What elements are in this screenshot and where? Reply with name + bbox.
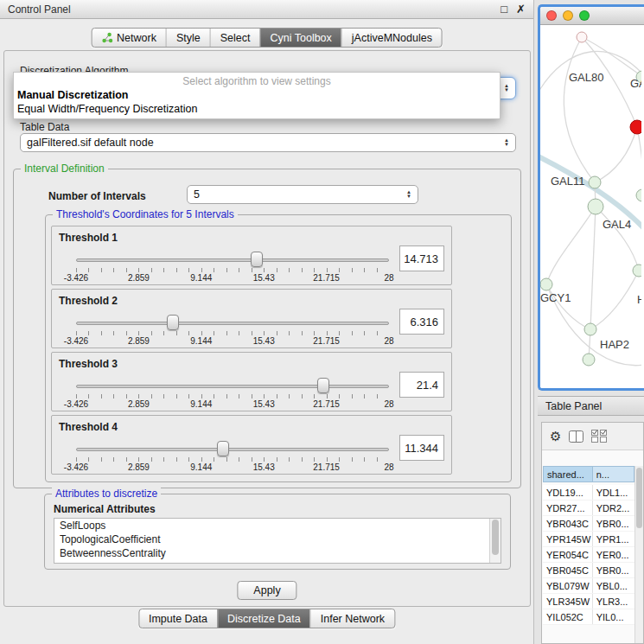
dropdown-option-equal-width-frequency[interactable]: Equal Width/Frequency Discretization <box>14 102 500 116</box>
network-edge[interactable] <box>582 37 641 75</box>
slider-thumb[interactable] <box>317 378 329 393</box>
table-scrollbar[interactable] <box>634 466 643 643</box>
slider-track[interactable] <box>76 258 389 262</box>
threshold-panel: Threshold 4 -3.4262.8599.14415.4321.7152… <box>51 415 452 475</box>
combobox-arrows-icon <box>406 190 411 199</box>
apply-button[interactable]: Apply <box>237 581 296 600</box>
threshold-slider[interactable]: -3.4262.8599.14415.4321.71528 <box>76 249 389 285</box>
tab-style[interactable]: Style <box>166 29 210 47</box>
slider-thumb[interactable] <box>251 252 263 267</box>
table-row[interactable]: YDR27...YDR2... <box>543 501 634 516</box>
network-node-bottom[interactable] <box>583 354 595 366</box>
slider-thumb[interactable] <box>167 315 179 330</box>
tab-cyni-toolbox[interactable]: Cyni Toolbox <box>259 29 341 47</box>
attributes-scrollbar-thumb[interactable] <box>492 520 499 555</box>
table-row[interactable]: YPR145WYPR1... <box>543 532 634 547</box>
threshold-slider[interactable]: -3.4262.8599.14415.4321.71528 <box>76 312 389 348</box>
close-window-icon[interactable]: ✗ <box>516 3 526 15</box>
table-panel-header[interactable]: Table Panel <box>538 396 644 416</box>
slider-track[interactable] <box>76 448 389 451</box>
control-panel-titlebar[interactable]: Control Panel □ ✗ <box>0 0 533 19</box>
threshold-slider[interactable]: -3.4262.8599.14415.4321.71528 <box>76 438 389 475</box>
table-row[interactable]: YIL052CYIL0... <box>543 609 634 625</box>
select-rows-checkboxes-icon[interactable] <box>591 430 608 443</box>
attribute-list-item[interactable]: SelfLoops <box>54 519 501 532</box>
tab-select[interactable]: Select <box>210 29 260 47</box>
table-cell: YIL052C <box>543 609 593 624</box>
network-node-gal11[interactable] <box>589 176 601 188</box>
tab-label: Style <box>176 32 201 44</box>
table-scrollbar-thumb[interactable] <box>636 468 642 528</box>
settings-gear-icon[interactable]: ⚙ <box>550 430 561 443</box>
threshold-value-field[interactable]: 6.316 <box>399 309 444 335</box>
node-label: GAL4 <box>603 218 631 231</box>
network-edge[interactable] <box>637 127 641 195</box>
slider-track[interactable] <box>76 322 389 325</box>
threshold-label: Threshold 3 <box>59 358 118 370</box>
table-row[interactable]: YER054CYER0... <box>543 547 634 563</box>
network-view-window: GAL80GAGAL11GAL4GCY1HHAP2 <box>538 4 644 391</box>
table-row[interactable]: YBL079WYBL0... <box>543 578 634 594</box>
network-edge[interactable] <box>546 207 596 284</box>
tick-label: 21.715 <box>313 336 340 346</box>
network-edge[interactable] <box>595 127 637 182</box>
network-node-pale-top[interactable] <box>577 32 587 42</box>
network-edge[interactable] <box>564 37 595 182</box>
slider-thumb[interactable] <box>217 441 229 456</box>
tab-infer-network[interactable]: Infer Network <box>310 609 394 628</box>
tab-jactivemnodules[interactable]: jActiveMNodules <box>341 29 442 47</box>
threshold-value-field[interactable]: 14.713 <box>399 245 444 271</box>
numerical-attributes-label: Numerical Attributes <box>54 503 156 515</box>
table-row[interactable]: YBR043CYBR0... <box>543 516 634 532</box>
table-row[interactable]: YLR345WYLR3... <box>543 594 634 609</box>
table-panel-inner: ⚙ shared...n... YDL19...YD <box>541 422 644 644</box>
network-edge[interactable] <box>590 207 596 329</box>
network-edge[interactable] <box>590 271 639 329</box>
node-label: HAP2 <box>600 338 629 351</box>
zoom-traffic-light-icon[interactable] <box>579 10 590 21</box>
threshold-panel: Threshold 3 -3.4262.8599.14415.4321.7152… <box>51 352 452 411</box>
network-node-right-lower[interactable] <box>633 265 641 277</box>
column-header-n-[interactable]: n... <box>593 466 634 482</box>
dropdown-option-manual-discretization[interactable]: Manual Discretization <box>14 88 500 102</box>
attribute-list-item[interactable]: BetweennessCentrality <box>54 546 501 560</box>
tab-discretize-data[interactable]: Discretize Data <box>217 609 310 628</box>
threshold-value-field[interactable]: 11.344 <box>399 435 444 461</box>
columns-icon[interactable] <box>569 430 583 443</box>
interval-definition-title: Interval Definition <box>21 163 108 175</box>
table-header-row: shared...n... <box>543 466 634 482</box>
tab-impute-data[interactable]: Impute Data <box>139 609 217 628</box>
tick-label: 9.144 <box>190 399 212 409</box>
network-node-hap2[interactable] <box>584 323 596 335</box>
threshold-slider[interactable]: -3.4262.8599.14415.4321.71528 <box>76 375 389 411</box>
tab-network[interactable]: Network <box>92 29 166 47</box>
numerical-attributes-list[interactable]: SelfLoopsTopologicalCoefficientBetweenne… <box>54 518 501 564</box>
network-node-gal4[interactable] <box>588 199 603 214</box>
tab-label: Select <box>220 32 251 44</box>
close-traffic-light-icon[interactable] <box>546 10 557 21</box>
table-row[interactable]: YBR045CYBR0... <box>543 563 634 578</box>
attributes-group: Attributes to discretize Numerical Attri… <box>44 494 511 570</box>
network-canvas[interactable]: GAL80GAGAL11GAL4GCY1HHAP2 <box>540 25 644 388</box>
minimize-traffic-light-icon[interactable] <box>563 10 573 21</box>
attributes-scrollbar[interactable] <box>489 519 501 563</box>
attribute-items: SelfLoopsTopologicalCoefficientBetweenne… <box>54 519 501 560</box>
attribute-list-item[interactable]: TopologicalCoefficient <box>54 532 501 546</box>
slider-track[interactable] <box>76 385 389 388</box>
threshold-value-field[interactable]: 21.4 <box>399 372 444 398</box>
node-label: H <box>637 293 641 306</box>
tick-label: 15.43 <box>253 399 275 409</box>
float-window-icon[interactable]: □ <box>501 3 507 15</box>
network-node-right-upper[interactable] <box>636 189 641 201</box>
column-header-shared-[interactable]: shared... <box>543 466 593 482</box>
tab-label: Impute Data <box>149 613 207 625</box>
number-of-intervals-combobox[interactable]: 5 <box>187 185 418 204</box>
table-data-combobox-value: galFiltered.sif default node <box>27 137 154 149</box>
network-node-red[interactable] <box>630 120 641 134</box>
network-node-gcy1[interactable] <box>540 278 552 290</box>
network-window-titlebar[interactable] <box>540 7 644 25</box>
table-row[interactable]: YDL19...YDL1... <box>543 485 634 501</box>
bottom-tab-strip: Impute DataDiscretize DataInfer Network <box>138 609 395 628</box>
table-data-combobox[interactable]: galFiltered.sif default node <box>20 133 516 152</box>
tick-label: 21.715 <box>313 273 340 283</box>
